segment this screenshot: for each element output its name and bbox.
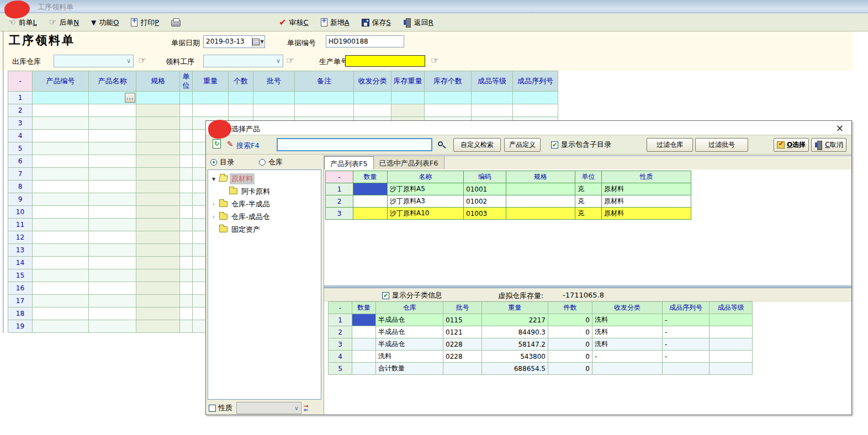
grid-cell[interactable]: -: [663, 314, 710, 326]
grid-cell[interactable]: [136, 307, 180, 320]
grid-cell[interactable]: [180, 130, 193, 142]
close-icon[interactable]: ×: [836, 123, 844, 134]
grid-cell[interactable]: 0: [548, 314, 592, 326]
row-selector[interactable]: 8: [8, 181, 33, 193]
row-selector[interactable]: 3: [329, 338, 352, 351]
grid-cell[interactable]: 克: [575, 195, 602, 208]
magnifier-icon[interactable]: [438, 141, 443, 146]
grid-cell[interactable]: [352, 314, 376, 326]
grid-cell[interactable]: [443, 363, 482, 375]
grid-cell[interactable]: [33, 181, 89, 193]
grid-cell[interactable]: [472, 104, 513, 117]
grid-cell[interactable]: [89, 295, 136, 307]
grid-cell[interactable]: [89, 269, 136, 282]
grid-cell[interactable]: 0121: [443, 326, 482, 338]
grid-cell[interactable]: [33, 295, 89, 307]
audit-button[interactable]: ✔审核C: [277, 17, 310, 29]
grid-cell[interactable]: [89, 282, 136, 295]
grid-cell[interactable]: 58147.2: [482, 338, 548, 351]
grid-cell[interactable]: [136, 206, 180, 219]
grid-cell[interactable]: 688654.5: [482, 363, 548, 375]
grid-cell[interactable]: [89, 155, 136, 168]
grid-cell[interactable]: 原材料: [602, 183, 691, 195]
grid-cell[interactable]: [89, 193, 136, 206]
row-selector[interactable]: 5: [329, 363, 352, 375]
grid-cell[interactable]: 半成品仓: [376, 338, 443, 351]
grid-cell[interactable]: [180, 295, 193, 307]
grid-cell[interactable]: [89, 257, 136, 269]
grid-cell[interactable]: [136, 295, 180, 307]
grid-cell[interactable]: [180, 117, 193, 130]
grid-cell[interactable]: [33, 269, 89, 282]
order-input[interactable]: [345, 55, 425, 67]
grid-cell[interactable]: [180, 142, 193, 155]
grid-cell[interactable]: [89, 130, 136, 142]
grid-cell[interactable]: 0228: [443, 338, 482, 351]
grid-cell[interactable]: [180, 92, 193, 104]
grid-cell[interactable]: [353, 183, 388, 195]
grid-cell[interactable]: [136, 104, 180, 117]
date-field[interactable]: 2019-03-13 ▼: [203, 35, 265, 48]
tree-item-仓库-半成品[interactable]: ›仓库-半成品: [208, 198, 321, 210]
grid-cell[interactable]: [89, 206, 136, 219]
grid-cell[interactable]: [180, 257, 193, 269]
grid-cell[interactable]: 0: [548, 351, 592, 363]
process-combo[interactable]: ∨: [203, 55, 283, 67]
grid-cell[interactable]: [136, 244, 180, 257]
grid-cell[interactable]: [506, 195, 575, 208]
tree-item-仓库-成品仓[interactable]: ›仓库-成品仓: [208, 210, 321, 223]
grid-cell[interactable]: 01003: [464, 208, 506, 220]
docno-field[interactable]: HD1900188: [326, 35, 404, 47]
calendar-button[interactable]: ▼: [252, 36, 264, 47]
grid-cell[interactable]: [391, 92, 425, 104]
search-input[interactable]: [277, 138, 432, 151]
grid-cell[interactable]: 0228: [443, 351, 482, 363]
grid-cell[interactable]: [89, 117, 136, 130]
grid-cell[interactable]: [33, 320, 89, 333]
warehouse-combo[interactable]: ∨: [54, 55, 134, 67]
grid-cell[interactable]: [33, 155, 89, 168]
grid-cell[interactable]: [136, 92, 180, 104]
grid-cell[interactable]: [472, 92, 513, 104]
grid-cell[interactable]: [180, 155, 193, 168]
grid-cell[interactable]: [354, 104, 391, 117]
grid-cell[interactable]: [89, 219, 136, 231]
row-selector[interactable]: 7: [8, 168, 33, 181]
grid-cell[interactable]: [180, 181, 193, 193]
grid-cell[interactable]: [180, 206, 193, 219]
row-selector[interactable]: 14: [8, 257, 33, 269]
grid-cell[interactable]: 克: [575, 208, 602, 220]
row-selector[interactable]: 2: [329, 326, 352, 338]
grid-cell[interactable]: [33, 92, 89, 104]
grid-cell[interactable]: [354, 92, 391, 104]
functions-button[interactable]: ▼功能O: [89, 17, 120, 29]
grid-cell[interactable]: [352, 326, 376, 338]
grid-cell[interactable]: [136, 231, 180, 244]
grid-cell[interactable]: [136, 130, 180, 142]
grid-cell[interactable]: [33, 307, 89, 320]
filter-batch-button[interactable]: 过滤批号: [695, 138, 748, 152]
grid-cell[interactable]: [710, 338, 753, 351]
row-selector[interactable]: 4: [329, 351, 352, 363]
next-doc-button[interactable]: ☞后单N: [47, 17, 81, 29]
grid-cell[interactable]: [425, 92, 472, 104]
row-selector[interactable]: 1: [329, 314, 352, 326]
grid-cell[interactable]: [295, 104, 354, 117]
grid-cell[interactable]: 洗料: [592, 314, 663, 326]
grid-cell[interactable]: [89, 168, 136, 181]
grid-cell[interactable]: [89, 231, 136, 244]
grid-cell[interactable]: [33, 168, 89, 181]
nature-checkbox[interactable]: [209, 405, 216, 412]
grid-cell[interactable]: [425, 104, 472, 117]
grid-cell[interactable]: [33, 117, 89, 130]
grid-cell[interactable]: [136, 168, 180, 181]
grid-cell[interactable]: [180, 307, 193, 320]
filter-warehouse-button[interactable]: 过滤仓库: [647, 138, 693, 152]
save-button[interactable]: 保存S: [360, 17, 393, 29]
grid-cell[interactable]: [89, 142, 136, 155]
grid-cell[interactable]: [229, 104, 253, 117]
grid-cell[interactable]: [136, 219, 180, 231]
grid-cell[interactable]: [89, 244, 136, 257]
radio-directory[interactable]: 目录: [210, 157, 255, 167]
grid-cell[interactable]: [136, 269, 180, 282]
